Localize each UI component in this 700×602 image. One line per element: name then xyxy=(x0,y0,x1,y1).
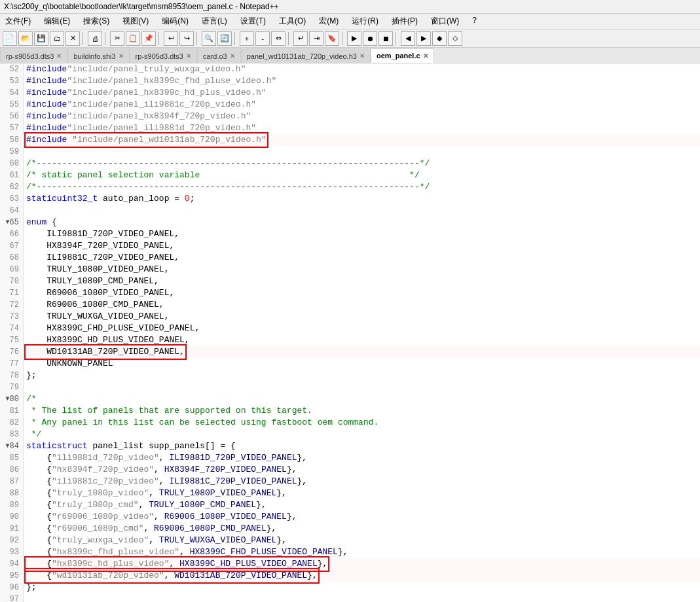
menu-macro[interactable]: 宏(M) xyxy=(316,15,341,27)
line-number-84: ▼ 84 xyxy=(0,440,23,452)
tab-4[interactable]: panel_wd10131ab_720p_video.h3 ✕ xyxy=(241,48,371,63)
line-number-95: 95 xyxy=(0,570,23,582)
toolbar-redo[interactable]: ↪ xyxy=(179,31,194,46)
menu-plugins[interactable]: 插件(P) xyxy=(389,15,420,27)
menu-encoding[interactable]: 编码(N) xyxy=(159,15,191,27)
tab-3[interactable]: card.o3 ✕ xyxy=(197,48,241,63)
line-number-87: 87 xyxy=(0,476,23,487)
code-line-82: * Any panel in this list can be selected… xyxy=(26,417,700,429)
menu-run[interactable]: 运行(R) xyxy=(349,15,381,27)
menu-view[interactable]: 视图(V) xyxy=(120,15,151,27)
code-line-68: ILI9881C_720P_VIDEO_PANEL, xyxy=(26,252,700,264)
toolbar-sep-2 xyxy=(105,32,107,45)
tab-3-close[interactable]: ✕ xyxy=(230,52,235,60)
code-line-77: UNKNOWN_PANEL xyxy=(26,358,700,370)
tab-2-close[interactable]: ✕ xyxy=(186,52,191,60)
code-content[interactable]: #include "include/panel_truly_wuxga_vide… xyxy=(24,63,700,602)
toolbar-print[interactable]: 🖨 xyxy=(88,31,102,46)
toolbar-replace[interactable]: 🔄 xyxy=(217,31,232,46)
line-number-73: 73 xyxy=(0,311,23,323)
toolbar-zoom-out[interactable]: - xyxy=(255,31,270,46)
line-number-91: 91 xyxy=(0,523,23,535)
line-number-82: 82 xyxy=(0,417,23,429)
toolbar-extra3[interactable]: ◆ xyxy=(432,31,447,46)
menu-help[interactable]: ? xyxy=(470,15,479,27)
code-line-87: {"ili9881c_720p_video", ILI9881C_720P_VI… xyxy=(26,476,700,487)
tab-5[interactable]: oem_panel.c ✕ xyxy=(371,48,434,63)
code-line-62: /*--------------------------------------… xyxy=(26,181,700,193)
line-number-92: 92 xyxy=(0,535,23,546)
line-number-93: 93 xyxy=(0,546,23,558)
line-number-77: 77 xyxy=(0,358,23,370)
line-number-81: 81 xyxy=(0,405,23,417)
toolbar-save[interactable]: 💾 xyxy=(34,31,48,46)
tab-5-close[interactable]: ✕ xyxy=(423,52,428,60)
toolbar-sync-scroll[interactable]: ⇔ xyxy=(271,31,286,46)
line-number-52: 52 xyxy=(0,63,23,75)
toolbar-copy[interactable]: 📋 xyxy=(126,31,140,46)
toolbar-stop-macro[interactable]: ⏹ xyxy=(378,31,393,46)
code-line-53: #include "include/panel_hx8399c_fhd_plus… xyxy=(26,75,700,87)
code-line-83: */ xyxy=(26,429,700,440)
code-line-52: #include "include/panel_truly_wuxga_vide… xyxy=(26,63,700,75)
menu-search[interactable]: 搜索(S) xyxy=(81,15,112,27)
code-line-93: {"hx8399c_fhd_pluse_video", HX8399C_FHD_… xyxy=(26,546,700,558)
line-number-61: 61 xyxy=(0,169,23,181)
toolbar-bookmark[interactable]: 🔖 xyxy=(325,31,339,46)
toolbar-paste[interactable]: 📌 xyxy=(141,31,156,46)
code-line-56: #include "include/panel_hx8394f_720p_vid… xyxy=(26,111,700,122)
code-line-89: {"truly_1080p_cmd", TRULY_1080P_CMD_PANE… xyxy=(26,499,700,511)
menu-file[interactable]: 文件(F) xyxy=(3,15,33,27)
line-numbers: 52535455565758596061626364▼ 656667686970… xyxy=(0,63,24,602)
toolbar-extra1[interactable]: ◀ xyxy=(401,31,415,46)
line-number-96: 96 xyxy=(0,582,23,593)
menu-language[interactable]: 语言(L) xyxy=(199,15,230,27)
toolbar-sep-7 xyxy=(342,32,344,45)
tab-2[interactable]: rp-s905d3.dts3 ✕ xyxy=(130,48,197,63)
toolbar-record-macro[interactable]: ⏺ xyxy=(363,31,377,46)
line-number-75: 75 xyxy=(0,334,23,346)
menu-settings[interactable]: 设置(T) xyxy=(238,15,268,27)
toolbar-new[interactable]: 📄 xyxy=(3,31,17,46)
toolbar-save-all[interactable]: 🗂 xyxy=(50,31,64,46)
tab-4-close[interactable]: ✕ xyxy=(359,52,365,60)
menu-tools[interactable]: 工具(O) xyxy=(276,15,308,27)
line-number-57: 57 xyxy=(0,122,23,134)
line-number-66: 66 xyxy=(0,228,23,240)
line-number-85: 85 xyxy=(0,452,23,464)
toolbar-zoom-in[interactable]: + xyxy=(240,31,254,46)
line-number-86: 86 xyxy=(0,464,23,476)
menu-edit[interactable]: 编辑(E) xyxy=(41,15,73,27)
toolbar-indent[interactable]: ⇥ xyxy=(309,31,323,46)
line-number-74: 74 xyxy=(0,323,23,334)
code-line-96: }; xyxy=(26,582,700,593)
toolbar-run-macro[interactable]: ▶ xyxy=(347,31,361,46)
toolbar-find[interactable]: 🔍 xyxy=(202,31,216,46)
tab-1[interactable]: buildinfo.shi3 ✕ xyxy=(67,48,129,63)
code-line-60: /*--------------------------------------… xyxy=(26,158,700,169)
toolbar-extra2[interactable]: ▶ xyxy=(416,31,431,46)
code-line-66: ILI9881D_720P_VIDEO_PANEL, xyxy=(26,228,700,240)
toolbar-close[interactable]: ✕ xyxy=(65,31,80,46)
toolbar-sep-6 xyxy=(288,32,291,45)
toolbar-sep-3 xyxy=(158,32,161,45)
line-number-80: ▼ 80 xyxy=(0,393,23,405)
toolbar-open[interactable]: 📂 xyxy=(18,31,33,46)
line-number-71: 71 xyxy=(0,287,23,299)
toolbar-extra4[interactable]: ◇ xyxy=(448,31,462,46)
code-line-65: enum { xyxy=(26,217,700,228)
code-line-70: TRULY_1080P_CMD_PANEL, xyxy=(26,275,700,287)
tab-1-close[interactable]: ✕ xyxy=(119,52,124,60)
line-number-83: 83 xyxy=(0,429,23,440)
line-number-59: 59 xyxy=(0,146,23,158)
toolbar-undo[interactable]: ↩ xyxy=(164,31,178,46)
code-line-95: {"wd10131ab_720p_video", WD10131AB_720P_… xyxy=(26,570,700,582)
line-number-68: 68 xyxy=(0,252,23,264)
toolbar-sep-5 xyxy=(234,32,237,45)
line-number-97: 97 xyxy=(0,593,23,602)
toolbar-cut[interactable]: ✂ xyxy=(110,31,124,46)
toolbar-wrap[interactable]: ↵ xyxy=(293,31,308,46)
tab-0[interactable]: rp-s905d3.dts3 ✕ xyxy=(0,48,67,63)
tab-0-close[interactable]: ✕ xyxy=(56,52,62,60)
menu-window[interactable]: 窗口(W) xyxy=(428,15,462,27)
